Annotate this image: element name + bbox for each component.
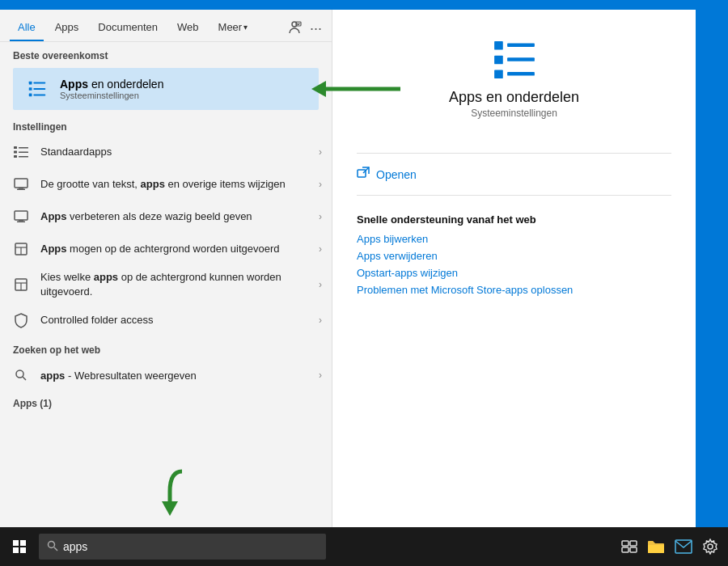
tab-meer[interactable]: Meer ▾	[210, 16, 256, 41]
svg-rect-38	[358, 170, 366, 177]
web-search-header: Zoeken op het web	[0, 336, 332, 359]
svg-rect-23	[17, 222, 25, 223]
svg-rect-12	[14, 146, 17, 149]
monitor-icon	[10, 173, 32, 196]
desktop: Alle Apps Documenten Web Meer ▾ ··· Best…	[0, 0, 728, 566]
svg-rect-8	[29, 94, 32, 97]
web-link-1[interactable]: Apps verwijderen	[357, 247, 438, 264]
tab-documenten[interactable]: Documenten	[90, 16, 166, 41]
svg-rect-52	[675, 540, 692, 553]
svg-rect-15	[19, 152, 28, 154]
search-input[interactable]	[63, 540, 318, 553]
svg-rect-21	[15, 211, 28, 220]
tab-alle[interactable]: Alle	[10, 16, 44, 41]
list-item[interactable]: Apps verbeteren als deze wazig beeld gev…	[0, 201, 332, 233]
chevron-down-icon: ▾	[243, 23, 248, 32]
open-button[interactable]: Openen	[357, 162, 671, 187]
svg-rect-42	[20, 540, 26, 546]
list-icon	[10, 141, 32, 163]
list-item-label: Standaardapps	[40, 145, 319, 159]
list-item[interactable]: Kies welke apps op de achtergrond kunnen…	[0, 265, 332, 304]
svg-rect-16	[14, 155, 17, 158]
svg-rect-32	[494, 41, 503, 50]
web-link-0[interactable]: Apps bijwerken	[357, 230, 428, 247]
chevron-right-icon: ›	[319, 146, 322, 158]
svg-rect-5	[33, 82, 45, 84]
list-item-label: Apps verbeteren als deze wazig beeld gev…	[40, 209, 319, 224]
list-item[interactable]: Apps mogen op de achtergrond worden uitg…	[0, 233, 332, 265]
divider-2	[357, 195, 671, 196]
svg-point-30	[16, 370, 23, 378]
file-explorer-icon[interactable]	[647, 539, 665, 555]
svg-rect-48	[630, 541, 637, 546]
web-link-2[interactable]: Opstart-apps wijzigen	[357, 264, 458, 281]
svg-rect-13	[19, 147, 28, 149]
svg-rect-9	[33, 95, 45, 96]
divider	[357, 153, 671, 154]
apps-list-icon	[23, 74, 52, 103]
svg-rect-6	[29, 87, 32, 91]
svg-point-53	[708, 544, 713, 549]
svg-rect-41	[13, 540, 19, 546]
mail-icon[interactable]	[675, 539, 692, 554]
list-item-label: Apps mogen op de achtergrond worden uitg…	[40, 242, 319, 256]
svg-marker-40	[162, 501, 178, 516]
svg-point-45	[49, 541, 55, 547]
svg-line-31	[23, 377, 26, 380]
search-panel: Alle Apps Documenten Web Meer ▾ ··· Best…	[0, 10, 696, 527]
chevron-right-icon: ›	[319, 315, 322, 326]
taskbar-search[interactable]	[39, 534, 326, 560]
web-search-item[interactable]: apps - Webresultaten weergeven ›	[0, 359, 332, 391]
task-view-icon[interactable]	[621, 539, 637, 555]
settings-icon[interactable]	[702, 539, 718, 555]
svg-rect-47	[622, 541, 629, 546]
svg-rect-43	[13, 547, 19, 553]
search-icon-taskbar	[47, 540, 58, 554]
svg-rect-7	[33, 88, 45, 90]
list-item[interactable]: Controlled folder access ›	[0, 304, 332, 336]
taskbar-right-icons	[621, 539, 728, 555]
start-button[interactable]	[0, 527, 39, 566]
list-item-label: De grootte van tekst, apps en overige it…	[40, 177, 319, 192]
open-label: Openen	[376, 168, 417, 181]
more-options-icon[interactable]: ···	[310, 20, 322, 37]
web-link-3[interactable]: Problemen met Microsoft Store-apps oplos…	[357, 281, 573, 298]
green-arrow	[303, 74, 408, 103]
chevron-right-icon: ›	[319, 370, 322, 381]
best-match-area: Apps en onderdelen Systeeminstellingen	[0, 65, 332, 113]
svg-rect-49	[622, 547, 629, 552]
instellingen-header: Instellingen	[0, 113, 332, 136]
right-title: Apps en onderdelen	[449, 89, 579, 106]
tab-web[interactable]: Web	[169, 16, 207, 41]
monitor-icon	[10, 205, 32, 228]
svg-rect-22	[19, 220, 23, 222]
left-panel: Alle Apps Documenten Web Meer ▾ ··· Best…	[0, 10, 332, 527]
feedback-icon[interactable]	[287, 20, 302, 38]
chevron-right-icon: ›	[319, 279, 322, 290]
search-icon	[10, 364, 32, 386]
svg-rect-14	[14, 151, 17, 154]
tabs-row: Alle Apps Documenten Web Meer ▾ ···	[0, 10, 332, 42]
best-match-text: Apps en onderdelen Systeeminstellingen	[60, 78, 163, 100]
shield-icon	[10, 309, 32, 332]
chevron-right-icon: ›	[319, 243, 322, 255]
svg-marker-11	[311, 81, 326, 97]
list-item-label: Kies welke apps op de achtergrond kunnen…	[40, 270, 319, 299]
best-match-subtitle: Systeeminstellingen	[60, 91, 163, 100]
chevron-right-icon: ›	[319, 179, 322, 190]
svg-line-46	[54, 547, 57, 551]
box-icon	[10, 238, 32, 260]
svg-rect-33	[507, 44, 535, 47]
svg-rect-36	[494, 70, 503, 78]
apps-big-icon	[489, 34, 540, 89]
svg-rect-4	[29, 82, 32, 85]
tab-apps[interactable]: Apps	[47, 16, 87, 41]
list-item[interactable]: De grootte van tekst, apps en overige it…	[0, 168, 332, 201]
list-item[interactable]: Standaardapps ›	[0, 136, 332, 168]
best-match-item[interactable]: Apps en onderdelen Systeeminstellingen	[13, 68, 319, 110]
svg-rect-20	[17, 189, 25, 191]
open-icon	[357, 167, 370, 182]
web-search-text: apps - Webresultaten weergeven	[40, 370, 319, 382]
box-icon	[10, 273, 32, 296]
svg-rect-50	[630, 547, 637, 552]
